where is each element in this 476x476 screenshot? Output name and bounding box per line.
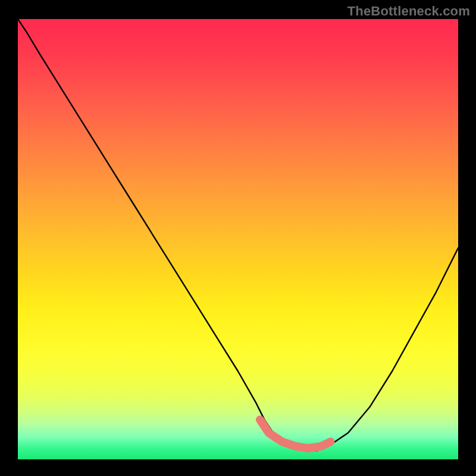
watermark-text: TheBottleneck.com: [347, 4, 470, 19]
optimal-range-highlight: [260, 419, 330, 448]
bottleneck-curve: [18, 19, 458, 450]
chart-svg: [18, 19, 458, 459]
chart-container: TheBottleneck.com: [0, 0, 476, 476]
